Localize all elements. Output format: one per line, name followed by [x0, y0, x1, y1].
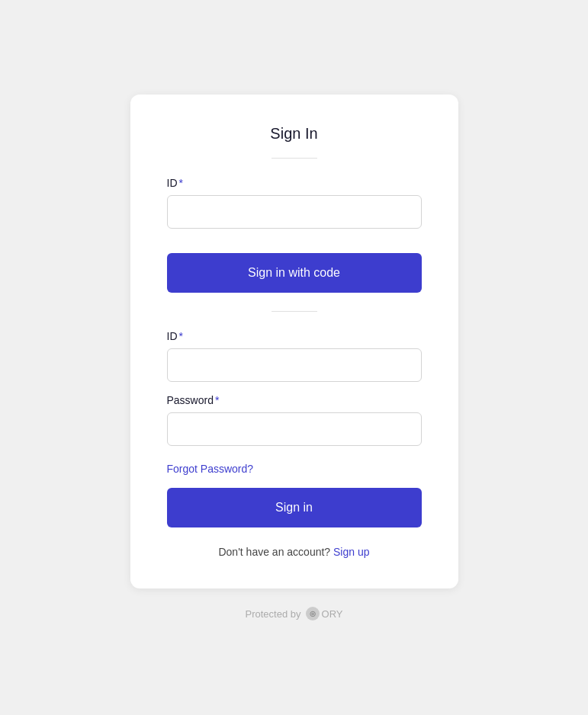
password-required-star: * — [215, 394, 219, 406]
code-id-required-star: * — [179, 177, 183, 189]
sign-in-card: Sign In ID * Sign in with code ID * Pass… — [130, 95, 458, 588]
sign-in-with-code-button[interactable]: Sign in with code — [167, 253, 422, 293]
signup-text: Don't have an account? — [218, 546, 330, 558]
signup-link[interactable]: Sign up — [333, 546, 369, 558]
code-id-field-group: ID * — [167, 177, 422, 229]
password-id-label: ID * — [167, 330, 422, 342]
protected-by-text: Protected by — [246, 608, 301, 620]
card-title: Sign In — [167, 125, 422, 143]
password-field-group: Password * — [167, 394, 422, 446]
footer: Protected by ◎ ORY — [246, 607, 343, 620]
password-label: Password * — [167, 394, 422, 406]
code-id-label: ID * — [167, 177, 422, 189]
top-divider — [272, 158, 317, 159]
ory-logo: ◎ ORY — [306, 607, 343, 620]
ory-icon: ◎ — [306, 607, 320, 620]
sign-in-button[interactable]: Sign in — [167, 488, 422, 527]
code-id-input[interactable] — [167, 195, 422, 229]
password-id-input[interactable] — [167, 348, 422, 382]
ory-brand-name: ORY — [322, 608, 343, 620]
forgot-password-link[interactable]: Forgot Password? — [167, 463, 254, 475]
middle-divider — [272, 311, 317, 312]
password-section: ID * Password * Forgot Password? Sign in — [167, 330, 422, 527]
password-id-field-group: ID * — [167, 330, 422, 382]
signup-row: Don't have an account? Sign up — [167, 546, 422, 558]
code-section: ID * Sign in with code — [167, 177, 422, 293]
password-input[interactable] — [167, 412, 422, 446]
password-id-required-star: * — [179, 330, 183, 342]
